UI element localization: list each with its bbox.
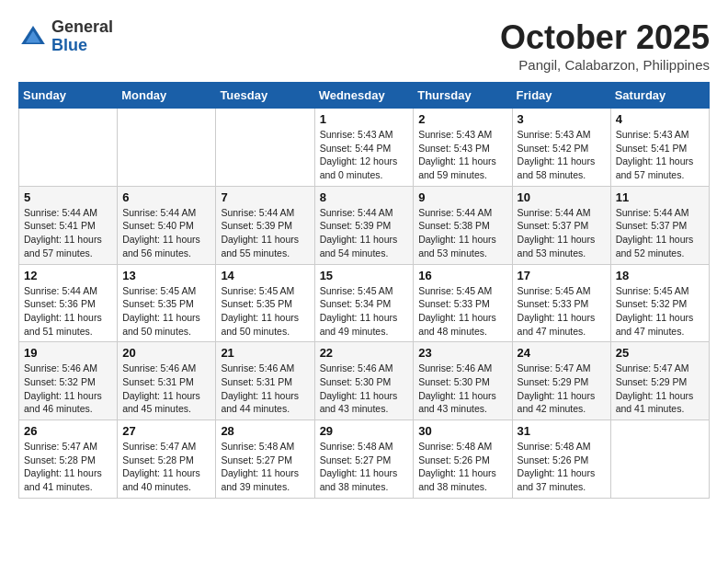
day-number: 1 — [320, 112, 409, 126]
day-number: 8 — [320, 190, 409, 204]
cell-content: Sunrise: 5:45 AM Sunset: 5:33 PM Dayligh… — [518, 284, 606, 339]
calendar-cell — [118, 109, 216, 187]
day-number: 26 — [24, 424, 112, 438]
day-number: 12 — [24, 269, 112, 282]
day-number: 29 — [320, 424, 409, 438]
page-header: General Blue October 2025 Pangil, Calaba… — [18, 18, 710, 73]
day-number: 23 — [418, 346, 506, 360]
cell-content: Sunrise: 5:43 AM Sunset: 5:43 PM Dayligh… — [418, 128, 506, 182]
cell-content: Sunrise: 5:46 AM Sunset: 5:32 PM Dayligh… — [24, 362, 112, 416]
calendar-cell: 4Sunrise: 5:43 AM Sunset: 5:41 PM Daylig… — [610, 109, 709, 187]
logo-general-text: General — [51, 18, 113, 37]
logo-icon — [18, 22, 48, 52]
cell-content: Sunrise: 5:46 AM Sunset: 5:30 PM Dayligh… — [418, 362, 506, 416]
calendar-cell: 12Sunrise: 5:44 AM Sunset: 5:36 PM Dayli… — [19, 264, 118, 342]
cell-content: Sunrise: 5:46 AM Sunset: 5:30 PM Dayligh… — [320, 362, 409, 416]
cell-content: Sunrise: 5:47 AM Sunset: 5:28 PM Dayligh… — [24, 440, 112, 494]
calendar-header-row: SundayMondayTuesdayWednesdayThursdayFrid… — [19, 83, 710, 109]
logo-blue-text: Blue — [51, 37, 113, 55]
cell-content: Sunrise: 5:47 AM Sunset: 5:28 PM Dayligh… — [122, 440, 210, 494]
cell-content: Sunrise: 5:45 AM Sunset: 5:34 PM Dayligh… — [320, 284, 409, 339]
cell-content: Sunrise: 5:43 AM Sunset: 5:44 PM Dayligh… — [320, 128, 409, 182]
cell-content: Sunrise: 5:47 AM Sunset: 5:29 PM Dayligh… — [616, 362, 704, 416]
calendar-cell: 22Sunrise: 5:46 AM Sunset: 5:30 PM Dayli… — [314, 342, 414, 420]
day-header: Thursday — [414, 83, 512, 109]
day-number: 28 — [221, 424, 309, 438]
calendar-cell: 20Sunrise: 5:46 AM Sunset: 5:31 PM Dayli… — [118, 342, 216, 420]
calendar-cell: 24Sunrise: 5:47 AM Sunset: 5:29 PM Dayli… — [512, 342, 610, 420]
calendar-cell: 9Sunrise: 5:44 AM Sunset: 5:38 PM Daylig… — [414, 186, 512, 264]
day-number: 15 — [320, 269, 409, 282]
day-number: 31 — [518, 424, 606, 438]
day-header: Wednesday — [314, 83, 414, 109]
calendar-cell: 5Sunrise: 5:44 AM Sunset: 5:41 PM Daylig… — [19, 186, 118, 264]
calendar-cell: 8Sunrise: 5:44 AM Sunset: 5:39 PM Daylig… — [314, 186, 414, 264]
day-header: Friday — [512, 83, 610, 109]
cell-content: Sunrise: 5:45 AM Sunset: 5:35 PM Dayligh… — [221, 284, 309, 339]
cell-content: Sunrise: 5:43 AM Sunset: 5:42 PM Dayligh… — [518, 128, 606, 182]
calendar-cell: 17Sunrise: 5:45 AM Sunset: 5:33 PM Dayli… — [512, 264, 610, 342]
calendar-cell: 3Sunrise: 5:43 AM Sunset: 5:42 PM Daylig… — [512, 109, 610, 187]
cell-content: Sunrise: 5:43 AM Sunset: 5:41 PM Dayligh… — [616, 128, 704, 182]
cell-content: Sunrise: 5:45 AM Sunset: 5:32 PM Dayligh… — [616, 284, 704, 339]
calendar-table: SundayMondayTuesdayWednesdayThursdayFrid… — [18, 82, 710, 499]
calendar-cell: 18Sunrise: 5:45 AM Sunset: 5:32 PM Dayli… — [610, 264, 709, 342]
day-header: Sunday — [19, 83, 118, 109]
day-number: 19 — [24, 346, 112, 360]
calendar-cell: 2Sunrise: 5:43 AM Sunset: 5:43 PM Daylig… — [414, 109, 512, 187]
title-block: October 2025 Pangil, Calabarzon, Philipp… — [500, 18, 710, 73]
calendar-week-row: 1Sunrise: 5:43 AM Sunset: 5:44 PM Daylig… — [19, 109, 710, 187]
calendar-cell: 11Sunrise: 5:44 AM Sunset: 5:37 PM Dayli… — [610, 186, 709, 264]
calendar-cell: 26Sunrise: 5:47 AM Sunset: 5:28 PM Dayli… — [19, 420, 118, 499]
cell-content: Sunrise: 5:46 AM Sunset: 5:31 PM Dayligh… — [221, 362, 309, 416]
day-number: 10 — [518, 190, 606, 204]
calendar-cell: 27Sunrise: 5:47 AM Sunset: 5:28 PM Dayli… — [118, 420, 216, 499]
calendar-cell: 21Sunrise: 5:46 AM Sunset: 5:31 PM Dayli… — [216, 342, 314, 420]
calendar-cell: 6Sunrise: 5:44 AM Sunset: 5:40 PM Daylig… — [118, 186, 216, 264]
cell-content: Sunrise: 5:45 AM Sunset: 5:33 PM Dayligh… — [418, 284, 506, 339]
day-number: 7 — [221, 190, 309, 204]
day-number: 22 — [320, 346, 409, 360]
month-title: October 2025 — [500, 18, 710, 57]
day-number: 2 — [418, 112, 506, 126]
calendar-week-row: 5Sunrise: 5:44 AM Sunset: 5:41 PM Daylig… — [19, 186, 710, 264]
calendar-cell: 23Sunrise: 5:46 AM Sunset: 5:30 PM Dayli… — [414, 342, 512, 420]
day-number: 3 — [518, 112, 606, 126]
calendar-cell — [610, 420, 709, 499]
cell-content: Sunrise: 5:44 AM Sunset: 5:36 PM Dayligh… — [24, 284, 112, 339]
day-number: 27 — [122, 424, 210, 438]
cell-content: Sunrise: 5:44 AM Sunset: 5:39 PM Dayligh… — [221, 206, 309, 260]
calendar-cell: 28Sunrise: 5:48 AM Sunset: 5:27 PM Dayli… — [216, 420, 314, 499]
calendar-cell — [19, 109, 118, 187]
day-number: 9 — [418, 190, 506, 204]
cell-content: Sunrise: 5:48 AM Sunset: 5:26 PM Dayligh… — [518, 440, 606, 494]
day-number: 11 — [616, 190, 704, 204]
day-header: Tuesday — [216, 83, 314, 109]
cell-content: Sunrise: 5:48 AM Sunset: 5:27 PM Dayligh… — [320, 440, 409, 494]
day-number: 30 — [418, 424, 506, 438]
calendar-week-row: 19Sunrise: 5:46 AM Sunset: 5:32 PM Dayli… — [19, 342, 710, 420]
location-text: Pangil, Calabarzon, Philippines — [500, 57, 710, 73]
cell-content: Sunrise: 5:44 AM Sunset: 5:40 PM Dayligh… — [122, 206, 210, 260]
calendar-cell: 31Sunrise: 5:48 AM Sunset: 5:26 PM Dayli… — [512, 420, 610, 499]
cell-content: Sunrise: 5:48 AM Sunset: 5:26 PM Dayligh… — [418, 440, 506, 494]
day-header: Monday — [118, 83, 216, 109]
cell-content: Sunrise: 5:47 AM Sunset: 5:29 PM Dayligh… — [518, 362, 606, 416]
day-number: 16 — [418, 269, 506, 282]
day-number: 20 — [122, 346, 210, 360]
day-number: 17 — [518, 269, 606, 282]
calendar-cell: 15Sunrise: 5:45 AM Sunset: 5:34 PM Dayli… — [314, 264, 414, 342]
calendar-cell: 10Sunrise: 5:44 AM Sunset: 5:37 PM Dayli… — [512, 186, 610, 264]
calendar-week-row: 12Sunrise: 5:44 AM Sunset: 5:36 PM Dayli… — [19, 264, 710, 342]
day-number: 18 — [616, 269, 704, 282]
day-number: 13 — [122, 269, 210, 282]
day-number: 4 — [616, 112, 704, 126]
logo-text: General Blue — [51, 18, 113, 55]
day-number: 24 — [518, 346, 606, 360]
day-number: 14 — [221, 269, 309, 282]
calendar-cell: 14Sunrise: 5:45 AM Sunset: 5:35 PM Dayli… — [216, 264, 314, 342]
calendar-cell: 7Sunrise: 5:44 AM Sunset: 5:39 PM Daylig… — [216, 186, 314, 264]
cell-content: Sunrise: 5:44 AM Sunset: 5:38 PM Dayligh… — [418, 206, 506, 260]
cell-content: Sunrise: 5:44 AM Sunset: 5:37 PM Dayligh… — [616, 206, 704, 260]
calendar-week-row: 26Sunrise: 5:47 AM Sunset: 5:28 PM Dayli… — [19, 420, 710, 499]
